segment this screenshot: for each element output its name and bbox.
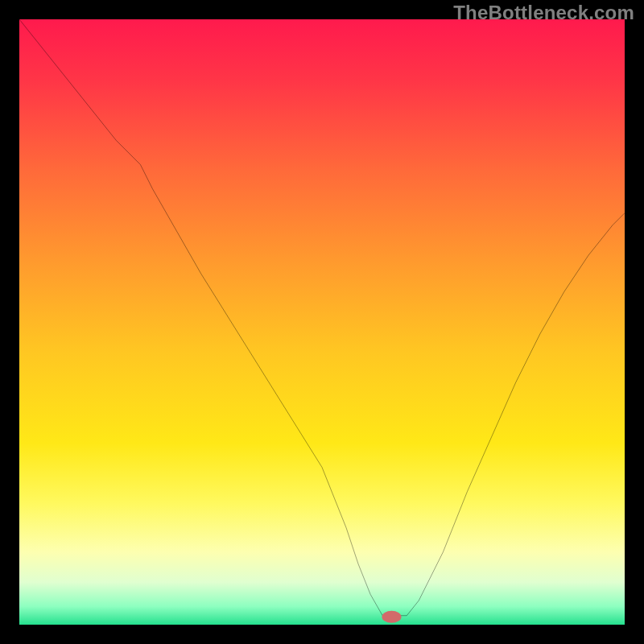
bottleneck-chart (19, 19, 625, 625)
minimum-marker (382, 611, 401, 623)
chart-background (19, 19, 625, 625)
chart-frame: { "watermark": "TheBottleneck.com", "cha… (0, 0, 644, 644)
